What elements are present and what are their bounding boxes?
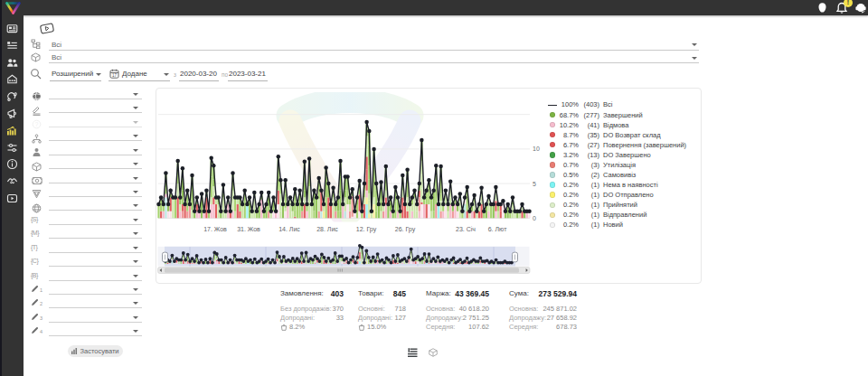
svg-text:12. Гру: 12. Гру — [356, 226, 377, 233]
svg-text:14. Лис: 14. Лис — [278, 226, 300, 232]
svg-text:23. Січ: 23. Січ — [456, 226, 476, 232]
svg-text:28. Лис: 28. Лис — [316, 226, 338, 232]
svg-text:5: 5 — [533, 181, 536, 187]
svg-text:10: 10 — [533, 146, 540, 152]
svg-text:31. Жов: 31. Жов — [237, 226, 260, 232]
svg-text:26. Гру: 26. Гру — [395, 226, 416, 233]
svg-text:17. Жов: 17. Жов — [203, 226, 227, 232]
svg-text:6. Лют: 6. Лют — [488, 226, 507, 232]
svg-text:0: 0 — [533, 215, 536, 221]
